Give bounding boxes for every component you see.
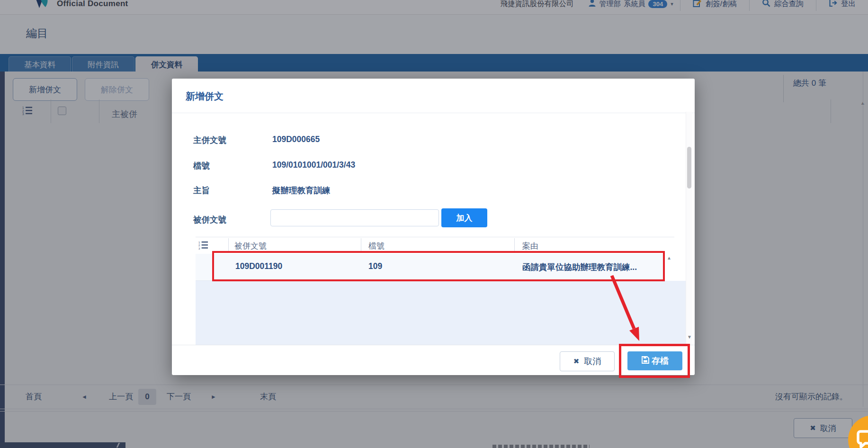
modal-title: 新增併文 xyxy=(186,90,224,103)
merged-doc-input[interactable] xyxy=(270,209,439,226)
screen: Official Document 飛捷資訊股份有限公司 管理部 系統員 304… xyxy=(0,0,868,448)
merged-doc-label: 被併文號 xyxy=(193,214,226,225)
modal-title-divider xyxy=(172,113,695,113)
annotation-save-highlight xyxy=(619,344,690,378)
modal-cancel-button[interactable]: ✖ 取消 xyxy=(560,351,615,371)
annotation-arrow xyxy=(601,271,653,347)
modal-scrollbar-thumb[interactable] xyxy=(687,147,691,188)
column-header-case: 案由 xyxy=(522,241,538,251)
add-button[interactable]: 加入 xyxy=(441,208,487,227)
column-header-file-no: 檔號 xyxy=(368,241,385,251)
svg-text:3: 3 xyxy=(198,247,200,250)
subject-label: 主旨 xyxy=(193,185,210,196)
file-no-value: 109/0101001/001/3/43 xyxy=(272,160,355,170)
column-header-merged-doc-no: 被併文號 xyxy=(234,241,267,251)
annotation-row-highlight xyxy=(212,251,665,281)
main-doc-value: 109D000665 xyxy=(272,134,320,144)
table-scrollbar[interactable]: ▲ xyxy=(664,254,674,280)
scrollbar-down-icon[interactable]: ▼ xyxy=(687,334,692,340)
list-settings-icon[interactable]: 1 2 3 xyxy=(198,241,208,251)
modal-scrollbar[interactable]: ▼ xyxy=(686,112,692,345)
chat-icon xyxy=(855,428,868,448)
subject-value: 擬辦理教育訓練 xyxy=(272,185,331,196)
main-doc-label: 主併文號 xyxy=(193,134,226,146)
scrollbar-up-icon[interactable]: ▲ xyxy=(667,255,671,260)
close-icon: ✖ xyxy=(573,357,580,366)
modal-cancel-label: 取消 xyxy=(584,356,601,367)
file-no-label: 檔號 xyxy=(193,160,210,171)
